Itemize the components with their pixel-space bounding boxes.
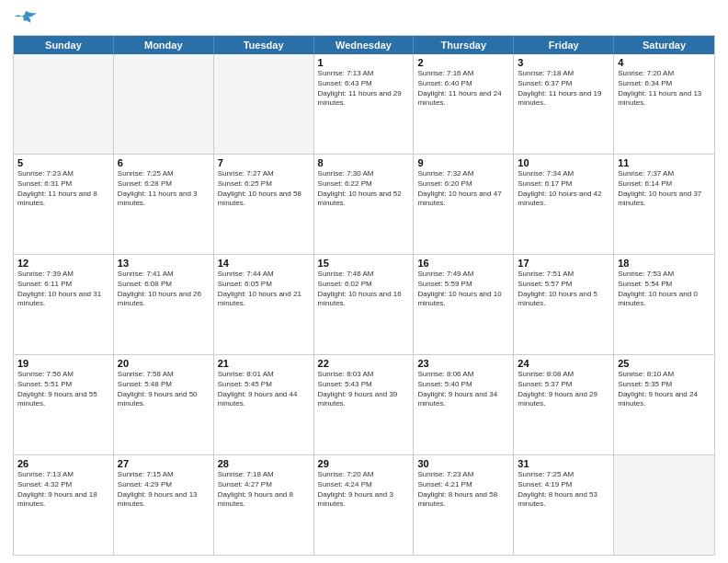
cal-cell: 3Sunrise: 7:18 AMSunset: 6:37 PMDaylight… [514, 54, 614, 154]
cal-cell: 13Sunrise: 7:41 AMSunset: 6:08 PMDayligh… [114, 255, 214, 354]
cal-cell: 9Sunrise: 7:32 AMSunset: 6:20 PMDaylight… [414, 155, 514, 254]
calendar-header: SundayMondayTuesdayWednesdayThursdayFrid… [14, 36, 714, 54]
cal-cell: 27Sunrise: 7:15 AMSunset: 4:29 PMDayligh… [114, 455, 214, 555]
cal-cell: 5Sunrise: 7:23 AMSunset: 6:31 PMDaylight… [14, 155, 114, 254]
header-day-friday: Friday [514, 36, 614, 54]
cal-cell: 23Sunrise: 8:06 AMSunset: 5:40 PMDayligh… [414, 355, 514, 454]
cal-cell: 12Sunrise: 7:39 AMSunset: 6:11 PMDayligh… [14, 255, 114, 354]
day-number: 27 [118, 458, 210, 469]
day-number: 21 [218, 358, 310, 369]
cell-sun-info: Sunrise: 7:49 AMSunset: 5:59 PMDaylight:… [417, 270, 509, 309]
cal-cell: 22Sunrise: 8:03 AMSunset: 5:43 PMDayligh… [314, 355, 415, 454]
cal-cell: 25Sunrise: 8:10 AMSunset: 5:35 PMDayligh… [614, 355, 714, 454]
cell-sun-info: Sunrise: 7:23 AMSunset: 4:21 PMDaylight:… [417, 470, 509, 510]
cal-cell [14, 54, 114, 154]
cal-cell: 14Sunrise: 7:44 AMSunset: 6:05 PMDayligh… [214, 255, 314, 354]
cell-sun-info: Sunrise: 7:25 AMSunset: 6:28 PMDaylight:… [118, 169, 210, 209]
cell-sun-info: Sunrise: 7:18 AMSunset: 4:27 PMDaylight:… [218, 470, 310, 510]
header-day-saturday: Saturday [614, 36, 714, 54]
cell-sun-info: Sunrise: 7:16 AMSunset: 6:40 PMDaylight:… [417, 69, 509, 109]
cell-sun-info: Sunrise: 8:06 AMSunset: 5:40 PMDaylight:… [417, 370, 509, 409]
header-day-thursday: Thursday [414, 36, 514, 54]
cell-sun-info: Sunrise: 7:15 AMSunset: 4:29 PMDaylight:… [118, 470, 210, 510]
day-number: 10 [518, 157, 609, 168]
header [13, 9, 715, 29]
logo-icon [13, 9, 39, 29]
calendar-body: 1Sunrise: 7:13 AMSunset: 6:43 PMDaylight… [14, 54, 714, 555]
cal-cell: 20Sunrise: 7:58 AMSunset: 5:48 PMDayligh… [114, 355, 214, 454]
cal-cell: 2Sunrise: 7:16 AMSunset: 6:40 PMDaylight… [414, 54, 514, 154]
header-day-monday: Monday [114, 36, 214, 54]
cell-sun-info: Sunrise: 7:32 AMSunset: 6:20 PMDaylight:… [417, 169, 509, 209]
cell-sun-info: Sunrise: 7:20 AMSunset: 4:24 PMDaylight:… [318, 470, 410, 510]
cell-sun-info: Sunrise: 7:34 AMSunset: 6:17 PMDaylight:… [518, 169, 609, 209]
day-number: 19 [17, 358, 109, 369]
cell-sun-info: Sunrise: 7:18 AMSunset: 6:37 PMDaylight:… [518, 69, 609, 109]
cal-cell: 28Sunrise: 7:18 AMSunset: 4:27 PMDayligh… [214, 455, 314, 555]
day-number: 22 [318, 358, 410, 369]
cell-sun-info: Sunrise: 7:20 AMSunset: 6:34 PMDaylight:… [618, 69, 711, 109]
cal-cell: 16Sunrise: 7:49 AMSunset: 5:59 PMDayligh… [414, 255, 514, 354]
cell-sun-info: Sunrise: 7:39 AMSunset: 6:11 PMDaylight:… [17, 270, 109, 309]
cal-cell: 10Sunrise: 7:34 AMSunset: 6:17 PMDayligh… [514, 155, 614, 254]
cal-cell: 17Sunrise: 7:51 AMSunset: 5:57 PMDayligh… [514, 255, 614, 354]
cal-cell: 4Sunrise: 7:20 AMSunset: 6:34 PMDaylight… [614, 54, 714, 154]
day-number: 6 [118, 157, 210, 168]
day-number: 13 [118, 258, 210, 269]
week-row-4: 19Sunrise: 7:56 AMSunset: 5:51 PMDayligh… [14, 355, 714, 455]
day-number: 29 [318, 458, 410, 469]
day-number: 20 [118, 358, 210, 369]
day-number: 8 [318, 157, 410, 168]
cal-cell: 30Sunrise: 7:23 AMSunset: 4:21 PMDayligh… [414, 455, 514, 555]
cell-sun-info: Sunrise: 7:25 AMSunset: 4:19 PMDaylight:… [518, 470, 609, 510]
day-number: 7 [218, 157, 310, 168]
cal-cell: 21Sunrise: 8:01 AMSunset: 5:45 PMDayligh… [214, 355, 314, 454]
day-number: 31 [518, 458, 609, 469]
day-number: 30 [417, 458, 509, 469]
calendar: SundayMondayTuesdayWednesdayThursdayFrid… [13, 35, 715, 556]
week-row-5: 26Sunrise: 7:13 AMSunset: 4:32 PMDayligh… [14, 455, 714, 555]
cal-cell: 6Sunrise: 7:25 AMSunset: 6:28 PMDaylight… [114, 155, 214, 254]
day-number: 4 [618, 57, 711, 68]
header-day-tuesday: Tuesday [214, 36, 314, 54]
cell-sun-info: Sunrise: 7:44 AMSunset: 6:05 PMDaylight:… [218, 270, 310, 309]
cell-sun-info: Sunrise: 8:01 AMSunset: 5:45 PMDaylight:… [218, 370, 310, 409]
week-row-3: 12Sunrise: 7:39 AMSunset: 6:11 PMDayligh… [14, 255, 714, 355]
page: SundayMondayTuesdayWednesdayThursdayFrid… [0, 0, 728, 563]
day-number: 24 [518, 358, 609, 369]
day-number: 18 [618, 258, 711, 269]
day-number: 3 [518, 57, 609, 68]
day-number: 25 [618, 358, 711, 369]
day-number: 11 [618, 157, 711, 168]
cell-sun-info: Sunrise: 7:13 AMSunset: 6:43 PMDaylight:… [318, 69, 410, 109]
day-number: 9 [417, 157, 509, 168]
logo [13, 9, 42, 29]
cal-cell: 11Sunrise: 7:37 AMSunset: 6:14 PMDayligh… [614, 155, 714, 254]
cell-sun-info: Sunrise: 7:41 AMSunset: 6:08 PMDaylight:… [118, 270, 210, 309]
day-number: 23 [417, 358, 509, 369]
day-number: 15 [318, 258, 410, 269]
day-number: 14 [218, 258, 310, 269]
cal-cell [114, 54, 214, 154]
cell-sun-info: Sunrise: 7:56 AMSunset: 5:51 PMDaylight:… [17, 370, 109, 409]
day-number: 17 [518, 258, 609, 269]
cell-sun-info: Sunrise: 7:27 AMSunset: 6:25 PMDaylight:… [218, 169, 310, 209]
week-row-2: 5Sunrise: 7:23 AMSunset: 6:31 PMDaylight… [14, 155, 714, 255]
cal-cell: 26Sunrise: 7:13 AMSunset: 4:32 PMDayligh… [14, 455, 114, 555]
cell-sun-info: Sunrise: 7:46 AMSunset: 6:02 PMDaylight:… [318, 270, 410, 309]
cal-cell: 24Sunrise: 8:08 AMSunset: 5:37 PMDayligh… [514, 355, 614, 454]
cal-cell: 15Sunrise: 7:46 AMSunset: 6:02 PMDayligh… [314, 255, 415, 354]
cal-cell: 7Sunrise: 7:27 AMSunset: 6:25 PMDaylight… [214, 155, 314, 254]
cal-cell: 1Sunrise: 7:13 AMSunset: 6:43 PMDaylight… [314, 54, 415, 154]
cal-cell: 29Sunrise: 7:20 AMSunset: 4:24 PMDayligh… [314, 455, 415, 555]
day-number: 5 [17, 157, 109, 168]
cell-sun-info: Sunrise: 7:51 AMSunset: 5:57 PMDaylight:… [518, 270, 609, 309]
cal-cell [214, 54, 314, 154]
cell-sun-info: Sunrise: 7:23 AMSunset: 6:31 PMDaylight:… [17, 169, 109, 209]
cell-sun-info: Sunrise: 8:08 AMSunset: 5:37 PMDaylight:… [518, 370, 609, 409]
cal-cell: 19Sunrise: 7:56 AMSunset: 5:51 PMDayligh… [14, 355, 114, 454]
cal-cell: 31Sunrise: 7:25 AMSunset: 4:19 PMDayligh… [514, 455, 614, 555]
cell-sun-info: Sunrise: 7:37 AMSunset: 6:14 PMDaylight:… [618, 169, 711, 209]
header-day-sunday: Sunday [14, 36, 114, 54]
cal-cell: 18Sunrise: 7:53 AMSunset: 5:54 PMDayligh… [614, 255, 714, 354]
